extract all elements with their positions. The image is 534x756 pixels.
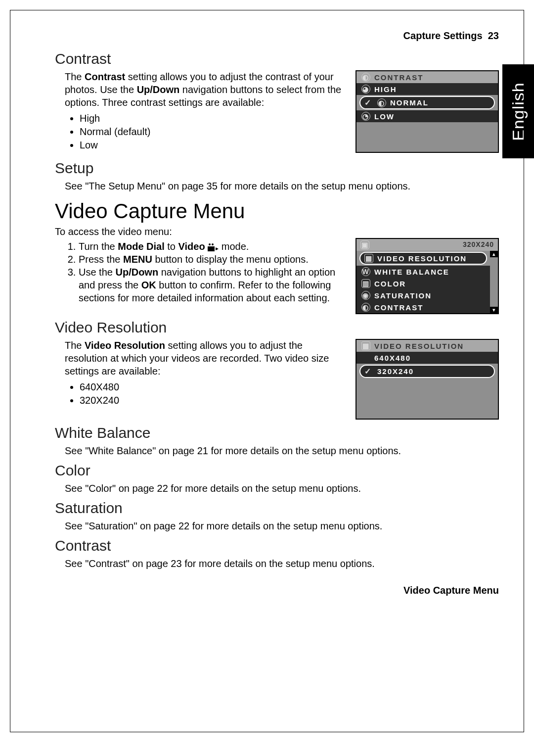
contrast-lcd-panel: ◐ CONTRAST ◕ HIGH ✓ ◐ NORMAL ◔ LOW [356, 70, 499, 153]
video-menu-lcd-panel: ▣ 320X240 ▦ VIDEO RESOLUTION W WHITE BAL… [356, 238, 499, 314]
contrast2-text: See "Contrast" on page 23 for more detai… [65, 557, 499, 570]
page-header: Capture Settings 23 [55, 30, 499, 42]
saturation-heading: Saturation [55, 500, 499, 517]
color-heading: Color [55, 462, 499, 479]
lcd-item: ▥ COLOR [356, 278, 490, 289]
contrast-heading: Contrast [55, 50, 499, 67]
list-item: Use the Up/Down navigation buttons to hi… [79, 266, 346, 304]
contrast-intro: The Contrast setting allows you to adjus… [65, 70, 346, 109]
low-icon: ◔ [361, 112, 370, 121]
list-item: High [80, 112, 346, 125]
lcd-item-selected: ▦ VIDEO RESOLUTION [359, 252, 487, 265]
page-footer: Video Capture Menu [55, 585, 499, 596]
check-icon: ✓ [364, 367, 373, 376]
lcd-item-selected: ✓ 320X240 [359, 365, 495, 378]
lcd-corner-value: 320X240 [463, 240, 494, 249]
setup-text: See "The Setup Menu" on page 35 for more… [65, 180, 499, 192]
video-resolution-options: 640X480 320X240 [80, 380, 346, 407]
header-page-number: 23 [488, 30, 499, 41]
setup-heading: Setup [55, 160, 499, 177]
lcd-title: CONTRAST [374, 73, 423, 82]
video-menu-steps: Turn the Mode Dial to Video mode. Press … [79, 240, 346, 304]
list-item: Turn the Mode Dial to Video mode. [79, 240, 346, 253]
lcd-title-row: ◐ CONTRAST [356, 71, 498, 83]
down-arrow-icon: ▾ [490, 307, 498, 313]
list-item: 320X240 [80, 394, 346, 407]
contrast-icon: ◐ [361, 73, 370, 82]
color-icon: ▥ [361, 279, 370, 288]
color-text: See "Color" on page 22 for more details … [65, 482, 499, 495]
lcd-item: ◐ CONTRAST [356, 301, 490, 313]
wb-icon: W [361, 267, 370, 276]
lcd-title-row: ▦ VIDEO RESOLUTION [356, 340, 498, 352]
camera-icon: ▣ [360, 240, 369, 249]
lcd-item: ◕ HIGH [356, 83, 498, 95]
page-frame: Capture Settings 23 Contrast The Contras… [10, 10, 524, 732]
saturation-icon: ◉ [361, 291, 370, 300]
lcd-item: 640X480 [356, 352, 498, 364]
video-mode-icon [208, 243, 219, 251]
lcd-item: ◔ LOW [356, 110, 498, 122]
list-item: Low [80, 139, 346, 152]
normal-icon: ◐ [377, 98, 386, 107]
contrast2-heading: Contrast [55, 537, 499, 554]
lcd-title: VIDEO RESOLUTION [374, 342, 464, 350]
saturation-text: See "Saturation" on page 22 for more det… [65, 520, 499, 532]
resolution-icon: ▦ [361, 341, 370, 350]
video-resolution-lcd-panel: ▦ VIDEO RESOLUTION 640X480 ✓ 320X240 [356, 339, 499, 420]
white-balance-text: See "White Balance" on page 21 for more … [65, 444, 499, 457]
video-menu-intro: To access the video menu: [55, 225, 499, 238]
check-icon: ✓ [364, 98, 373, 107]
lcd-item: W WHITE BALANCE [356, 266, 490, 278]
list-item: 640X480 [80, 380, 346, 394]
contrast-options-list: High Normal (default) Low [80, 112, 346, 152]
header-section: Capture Settings [403, 30, 483, 41]
contrast-icon: ◐ [361, 303, 370, 312]
resolution-icon: ▦ [364, 254, 373, 263]
lcd-item: ◉ SATURATION [356, 289, 490, 301]
lcd-status-bar: ▣ 320X240 [356, 239, 498, 251]
lcd-item-selected: ✓ ◐ NORMAL [359, 96, 495, 109]
video-capture-menu-heading: Video Capture Menu [55, 199, 499, 223]
list-item: Press the MENU button to display the men… [79, 253, 346, 266]
white-balance-heading: White Balance [55, 425, 499, 441]
up-arrow-icon: ▴ [490, 251, 498, 257]
video-resolution-heading: Video Resolution [55, 319, 499, 336]
high-icon: ◕ [361, 85, 370, 94]
list-item: Normal (default) [80, 125, 346, 139]
video-resolution-intro: The Video Resolution setting allows you … [65, 339, 346, 378]
